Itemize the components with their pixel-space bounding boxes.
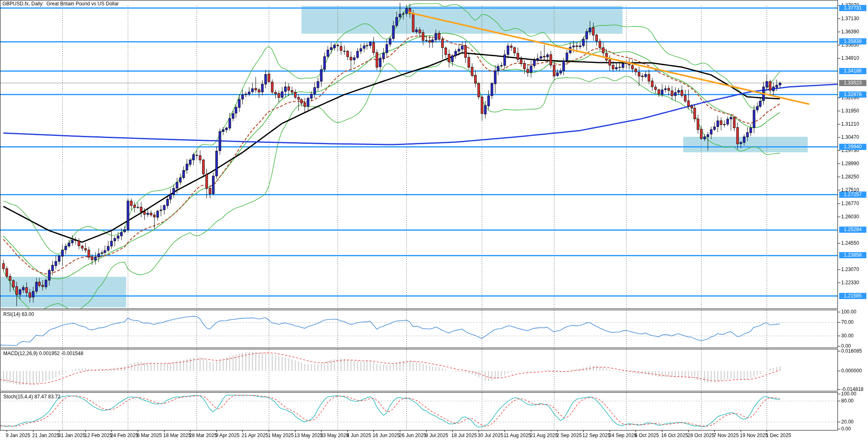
stoch-scale-label: 100.00 (841, 391, 856, 397)
date-label: 2 Sep 2025 (556, 433, 582, 438)
date-label: 21 Apr 2025 (242, 433, 268, 438)
macd-indicator-label: MACD(12,26,9) 0.001952 -0.001548 (3, 351, 83, 356)
chart-title: GBPUSD.fx, Daily: Great Britain Pound vs… (2, 1, 119, 7)
price-tick-label: 1.23070 (841, 267, 859, 272)
date-label: 4 Jun 2025 (347, 433, 371, 438)
date-label: 9 Jan 2025 (6, 433, 30, 438)
price-level-badge[interactable]: 1.25284 (839, 227, 866, 233)
stoch-indicator-label: Stoch(15,4,4) 87.47 83.72 (3, 394, 61, 400)
rsi-scale-label: 100.00 (841, 309, 856, 315)
price-tick-label: 1.24550 (841, 240, 859, 246)
date-label: 7 Nov 2025 (713, 433, 739, 438)
price-tick-label: 1.28250 (841, 174, 859, 180)
current-price-badge: 1.33523 (839, 80, 866, 86)
price-tick-label: 1.31950 (841, 108, 859, 114)
date-label: 26 Jun 2025 (399, 433, 426, 438)
date-label: 12 Sep 2025 (582, 433, 610, 438)
date-label: 18 Jul 2025 (451, 433, 477, 438)
date-label: 8 Jul 2025 (425, 433, 448, 438)
date-label: 24 Feb 2025 (110, 433, 138, 438)
date-label: 1 Dec 2025 (766, 433, 791, 438)
macd-scale-label: 0.000000 (841, 368, 862, 374)
date-label: 21 Jan 2025 (32, 433, 59, 438)
price-tick-label: 1.26770 (841, 201, 859, 206)
date-label: 28 Mar 2025 (189, 433, 217, 438)
date-label: 28 Oct 2025 (687, 433, 714, 438)
price-tick-label: 1.26030 (841, 214, 859, 220)
date-label: 12 Feb 2025 (84, 433, 112, 438)
date-label: 19 Nov 2025 (740, 433, 768, 438)
price-level-badge[interactable]: 1.21585 (839, 293, 866, 299)
rsi-indicator-label: RSI(14) 63.00 (3, 311, 34, 317)
price-level-badge[interactable]: 1.32878 (839, 91, 866, 98)
rsi-scale-label: 70.00 (841, 319, 854, 325)
price-level-badge[interactable]: 1.27257 (839, 192, 866, 198)
price-level-badge[interactable]: 1.35838 (839, 38, 866, 44)
price-tick-label: 1.30470 (841, 134, 859, 140)
chart-window: GBPUSD.fx, Daily: Great Britain Pound vs… (0, 0, 868, 442)
rsi-scale-label: 30.00 (841, 333, 854, 339)
price-tick-label: 1.28990 (841, 161, 859, 166)
date-label: 30 Jul 2025 (478, 433, 503, 438)
date-label: 6 Mar 2025 (137, 433, 162, 438)
date-label: 23 May 2025 (320, 433, 349, 438)
date-label: 16 Jun 2025 (373, 433, 400, 438)
date-label: 1 May 2025 (268, 433, 294, 438)
price-tick-label: 1.22330 (841, 280, 859, 285)
date-label: 24 Sep 2025 (609, 433, 637, 438)
price-level-badge[interactable]: 1.37731 (839, 5, 866, 11)
date-label: 18 Mar 2025 (163, 433, 191, 438)
date-label: 11 Aug 2025 (504, 433, 531, 438)
date-label: 9 Apr 2025 (216, 433, 239, 438)
date-label: 21 Aug 2025 (530, 433, 558, 438)
price-level-badge[interactable]: 1.23858 (839, 252, 866, 258)
stoch-scale-label: 20.00 (841, 419, 854, 425)
price-tick-label: 1.36390 (841, 29, 859, 35)
price-level-badge[interactable]: 1.29940 (839, 144, 866, 150)
price-tick-label: 1.37130 (841, 16, 859, 21)
price-tick-label: 1.31210 (841, 121, 859, 127)
price-level-badge[interactable]: 1.34186 (839, 68, 866, 74)
macd-scale-label: 0.016085 (841, 348, 862, 354)
date-label: 31 Jan 2025 (58, 433, 85, 438)
chart-canvas[interactable] (0, 0, 868, 442)
date-label: 16 Oct 2025 (661, 433, 688, 438)
date-label: 13 May 2025 (294, 433, 323, 438)
stoch-scale-label: 0.00 (841, 426, 851, 432)
stoch-scale-label: 80.00 (841, 398, 854, 404)
date-label: 6 Oct 2025 (635, 433, 659, 438)
price-tick-label: 1.34910 (841, 55, 859, 61)
